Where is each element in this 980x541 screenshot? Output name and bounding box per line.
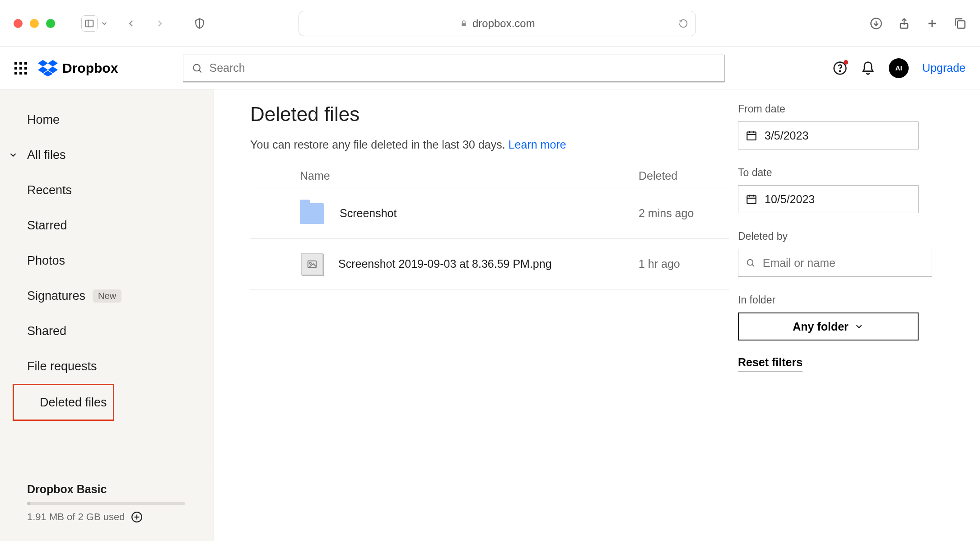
deleted-by-label: Deleted by <box>738 230 928 243</box>
column-deleted[interactable]: Deleted <box>639 169 729 182</box>
privacy-shield-button[interactable] <box>191 15 208 32</box>
search-input[interactable] <box>209 61 716 75</box>
sidebar-item-label: Recents <box>27 183 72 197</box>
main-content: Deleted files You can restore any file d… <box>214 89 980 541</box>
app-launcher-button[interactable] <box>14 62 27 75</box>
from-date-input[interactable]: 3/5/2023 <box>738 121 919 149</box>
image-file-icon <box>301 253 323 275</box>
svg-point-32 <box>747 260 753 266</box>
from-date-value: 3/5/2023 <box>765 129 808 142</box>
search-icon <box>746 257 756 268</box>
lock-icon <box>460 19 468 28</box>
tab-overview-button[interactable] <box>954 17 966 30</box>
from-date-label: From date <box>738 103 928 115</box>
file-name: Screenshot <box>340 207 397 220</box>
downloads-button[interactable] <box>870 17 882 30</box>
window-traffic-lights <box>14 19 55 28</box>
sidebar-item-recents[interactable]: Recents <box>0 173 214 208</box>
sidebar-item-label: Signatures <box>27 289 85 303</box>
filters-panel: From date 3/5/2023 To date 10/5/2023 Del… <box>729 103 928 541</box>
chevron-down-icon <box>854 322 864 331</box>
svg-line-16 <box>199 70 201 72</box>
to-date-input[interactable]: 10/5/2023 <box>738 185 919 213</box>
url-text: dropbox.com <box>472 17 535 30</box>
calendar-icon <box>746 193 757 205</box>
storage-progress-bar <box>27 502 185 505</box>
storage-usage-text: 1.91 MB of 2 GB used <box>27 511 125 523</box>
deleted-by-input[interactable] <box>738 249 932 277</box>
svg-rect-28 <box>747 196 756 203</box>
svg-rect-22 <box>308 261 316 267</box>
sidebar-item-photos[interactable]: Photos <box>0 243 214 278</box>
page-title: Deleted files <box>250 103 729 126</box>
sidebar-footer: Dropbox Basic 1.91 MB of 2 GB used <box>0 469 214 541</box>
dropbox-logo-icon <box>38 60 58 77</box>
forward-button[interactable] <box>154 18 165 29</box>
share-button[interactable] <box>898 17 910 30</box>
sidebar-item-shared[interactable]: Shared <box>0 313 214 349</box>
dropbox-header: Dropbox AI Upgrade <box>0 47 980 89</box>
sidebar-item-label: All files <box>27 148 66 162</box>
svg-marker-11 <box>48 60 58 66</box>
dropbox-logo-text: Dropbox <box>62 61 118 76</box>
safari-toolbar: dropbox.com <box>0 0 980 47</box>
minimize-window-button[interactable] <box>30 19 39 28</box>
notifications-button[interactable] <box>861 61 875 75</box>
account-avatar[interactable]: AI <box>889 58 909 78</box>
sidebar-item-label: File requests <box>27 359 97 373</box>
reset-filters-button[interactable]: Reset filters <box>738 356 803 372</box>
table-row[interactable]: Screenshot 2 mins ago <box>250 188 729 239</box>
svg-rect-3 <box>462 23 466 26</box>
svg-marker-10 <box>38 60 48 66</box>
avatar-initials: AI <box>896 64 902 72</box>
reload-button[interactable] <box>678 19 688 28</box>
svg-point-18 <box>840 70 840 71</box>
sidebar-item-all-files[interactable]: All files <box>0 137 214 173</box>
sidebar-item-label: Starred <box>27 219 67 233</box>
deleted-time: 1 hr ago <box>639 257 729 270</box>
sidebar-item-label: Home <box>27 113 60 127</box>
dropbox-logo[interactable]: Dropbox <box>38 60 118 77</box>
in-folder-value: Any folder <box>793 320 849 333</box>
sidebar-item-label: Photos <box>27 254 65 268</box>
fullscreen-window-button[interactable] <box>46 19 55 28</box>
in-folder-select[interactable]: Any folder <box>738 312 919 340</box>
upgrade-storage-button[interactable] <box>131 511 143 523</box>
svg-rect-0 <box>86 20 93 27</box>
sidebar-toggle-button[interactable] <box>81 15 98 32</box>
sidebar-item-deleted-files[interactable]: Deleted files <box>13 384 114 421</box>
table-header: Name Deleted <box>250 164 729 188</box>
svg-rect-9 <box>957 21 965 28</box>
new-tab-button[interactable] <box>926 17 938 30</box>
to-date-label: To date <box>738 167 928 179</box>
sidebar-item-file-requests[interactable]: File requests <box>0 349 214 384</box>
chevron-down-icon[interactable] <box>100 19 108 28</box>
plan-name: Dropbox Basic <box>27 483 214 496</box>
folder-icon <box>300 203 324 224</box>
upgrade-link[interactable]: Upgrade <box>922 61 966 75</box>
help-button[interactable] <box>833 61 847 75</box>
to-date-value: 10/5/2023 <box>765 193 815 206</box>
chevron-down-icon[interactable] <box>8 150 18 160</box>
calendar-icon <box>746 130 757 141</box>
sidebar-item-starred[interactable]: Starred <box>0 208 214 243</box>
sidebar-item-home[interactable]: Home <box>0 102 214 137</box>
address-bar[interactable]: dropbox.com <box>299 11 696 36</box>
close-window-button[interactable] <box>14 19 23 28</box>
back-button[interactable] <box>126 18 136 29</box>
in-folder-label: In folder <box>738 294 928 306</box>
file-name: Screenshot 2019-09-03 at 8.36.59 PM.png <box>338 257 552 270</box>
table-row[interactable]: Screenshot 2019-09-03 at 8.36.59 PM.png … <box>250 239 729 289</box>
sidebar-item-label: Deleted files <box>40 396 107 410</box>
search-box[interactable] <box>183 55 725 82</box>
page-subtitle: You can restore any file deleted in the … <box>250 138 729 151</box>
deleted-by-field[interactable] <box>763 257 924 270</box>
sidebar-item-label: Shared <box>27 324 66 338</box>
deleted-time: 2 mins ago <box>639 207 729 220</box>
svg-rect-24 <box>747 132 756 140</box>
column-name[interactable]: Name <box>300 169 639 182</box>
sidebar-item-signatures[interactable]: Signatures New <box>0 278 214 313</box>
new-badge: New <box>93 289 121 303</box>
learn-more-link[interactable]: Learn more <box>509 138 566 151</box>
notification-dot-icon <box>844 60 848 65</box>
